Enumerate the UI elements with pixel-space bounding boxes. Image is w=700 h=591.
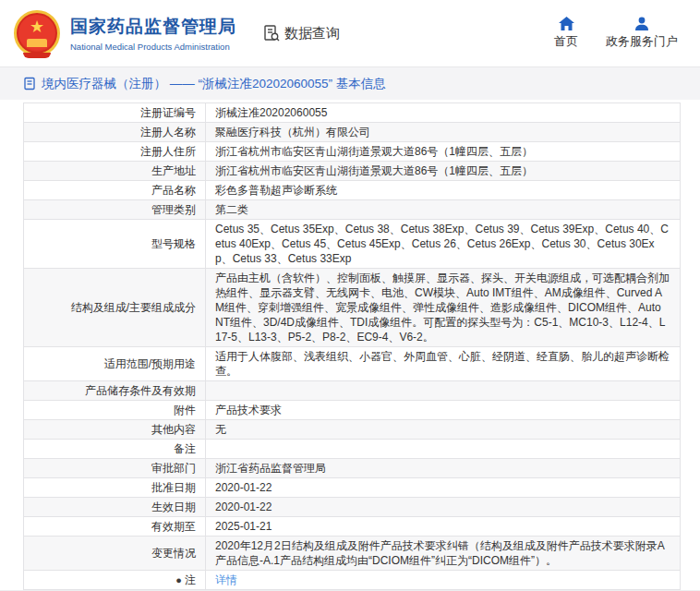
row-label: 管理类别 bbox=[24, 200, 206, 220]
row-label: 附件 bbox=[24, 401, 206, 420]
table-row: 结构及组成/主要组成成分产品由主机（含软件）、控制面板、触摸屏、显示器、探头、开… bbox=[24, 269, 681, 347]
row-value: 无 bbox=[206, 420, 681, 440]
breadcrumb: 境内医疗器械（注册） —— “浙械注准20202060055” 基本信息 bbox=[0, 66, 700, 100]
row-value: 详情 bbox=[206, 571, 681, 590]
table-row: 产品名称彩色多普勒超声诊断系统 bbox=[24, 181, 681, 200]
data-query-link[interactable]: 数据查询 bbox=[262, 24, 340, 42]
brand: ★ 国家药品监督管理局 National Medical Products Ad… bbox=[14, 10, 236, 56]
row-value: 2020-01-22 bbox=[206, 498, 681, 517]
row-value: 浙械注准20202060055 bbox=[206, 103, 681, 123]
table-row: 附件产品技术要求 bbox=[24, 401, 681, 420]
table-row: 备注 bbox=[24, 440, 681, 459]
table-row: 注册人住所浙江省杭州市临安区青山湖街道景观大道86号（1幢四层、五层） bbox=[24, 142, 681, 162]
row-value: 2020-01-22 bbox=[206, 478, 681, 498]
row-value: 2025-01-21 bbox=[206, 517, 681, 537]
row-label: ●注 bbox=[24, 571, 206, 590]
nav-home-link[interactable]: 首页 bbox=[554, 17, 578, 50]
row-label: 型号规格 bbox=[24, 220, 206, 269]
row-label: 结构及组成/主要组成成分 bbox=[24, 269, 206, 347]
nav-portal-link[interactable]: 政务服务门户 bbox=[606, 17, 678, 50]
row-value: 第二类 bbox=[206, 200, 681, 220]
row-label: 生产地址 bbox=[24, 162, 206, 181]
row-label: 备注 bbox=[24, 440, 206, 459]
table-row: 型号规格Cetus 35、Cetus 35Exp、Cetus 38、Cetus … bbox=[24, 220, 681, 269]
table-row: 产品储存条件及有效期 bbox=[24, 381, 681, 401]
nav-home-label: 首页 bbox=[554, 33, 578, 50]
row-value: 浙江省杭州市临安区青山湖街道景观大道86号（1幢四层、五层） bbox=[206, 162, 681, 181]
row-value: 浙江省药品监督管理局 bbox=[206, 459, 681, 478]
main-content: 注册证编号浙械注准20202060055注册人名称聚融医疗科技（杭州）有限公司注… bbox=[0, 100, 700, 590]
emblem-gate-shape bbox=[27, 39, 47, 47]
row-label: 注册人名称 bbox=[24, 123, 206, 142]
user-icon bbox=[634, 17, 649, 30]
table-row: 批准日期2020-01-22 bbox=[24, 478, 681, 498]
emblem-ribbon-shape bbox=[23, 53, 51, 58]
row-value: Cetus 35、Cetus 35Exp、Cetus 38、Cetus 38Ex… bbox=[206, 220, 681, 269]
registration-info-table: 注册证编号浙械注准20202060055注册人名称聚融医疗科技（杭州）有限公司注… bbox=[23, 103, 681, 590]
page: ★ 国家药品监督管理局 National Medical Products Ad… bbox=[0, 0, 700, 591]
row-value: 2020年12月2日结构及组成及附件产品技术要求纠错（结构及组成及附件产品技术要… bbox=[206, 537, 681, 571]
table-row: 管理类别第二类 bbox=[24, 200, 681, 220]
row-value: 适用于人体腹部、浅表组织、小器官、外周血管、心脏、经阴道、经直肠、胎儿的超声诊断… bbox=[206, 347, 681, 381]
org-name-en: National Medical Products Administration bbox=[70, 42, 236, 52]
row-label: 适用范围/预期用途 bbox=[24, 347, 206, 381]
row-label: 产品名称 bbox=[24, 181, 206, 200]
emblem-star-icon: ★ bbox=[17, 18, 57, 35]
row-label: 产品储存条件及有效期 bbox=[24, 381, 206, 401]
row-value: 产品技术要求 bbox=[206, 401, 681, 420]
nav-portal-label: 政务服务门户 bbox=[606, 33, 678, 50]
top-nav: 首页 政务服务门户 bbox=[554, 17, 678, 50]
table-row: 注册证编号浙械注准20202060055 bbox=[24, 103, 681, 123]
breadcrumb-text: 境内医疗器械（注册） —— “浙械注准20202060055” 基本信息 bbox=[42, 76, 386, 92]
home-icon bbox=[559, 17, 574, 30]
row-label: 生效日期 bbox=[24, 498, 206, 517]
table-row: ●注详情 bbox=[24, 571, 681, 590]
row-label: 批准日期 bbox=[24, 478, 206, 498]
brand-text: 国家药品监督管理局 National Medical Products Admi… bbox=[70, 15, 236, 52]
row-value: 浙江省杭州市临安区青山湖街道景观大道86号（1幢四层、五层） bbox=[206, 142, 681, 162]
detail-link[interactable]: 详情 bbox=[215, 573, 237, 586]
row-label: 注册证编号 bbox=[24, 103, 206, 123]
national-emblem-logo: ★ bbox=[14, 10, 60, 56]
row-value bbox=[206, 440, 681, 459]
info-table-body: 注册证编号浙械注准20202060055注册人名称聚融医疗科技（杭州）有限公司注… bbox=[24, 103, 681, 590]
table-row: 生产地址浙江省杭州市临安区青山湖街道景观大道86号（1幢四层、五层） bbox=[24, 162, 681, 181]
row-value: 彩色多普勒超声诊断系统 bbox=[206, 181, 681, 200]
row-label: 其他内容 bbox=[24, 420, 206, 440]
header: ★ 国家药品监督管理局 National Medical Products Ad… bbox=[0, 0, 700, 66]
row-label: 有效期至 bbox=[24, 517, 206, 537]
document-search-icon bbox=[262, 24, 281, 42]
row-value: 聚融医疗科技（杭州）有限公司 bbox=[206, 123, 681, 142]
table-row: 注册人名称聚融医疗科技（杭州）有限公司 bbox=[24, 123, 681, 142]
note-bullet-icon: ● bbox=[175, 574, 182, 585]
table-row: 有效期至2025-01-21 bbox=[24, 517, 681, 537]
row-label: 审批部门 bbox=[24, 459, 206, 478]
table-row: 适用范围/预期用途适用于人体腹部、浅表组织、小器官、外周血管、心脏、经阴道、经直… bbox=[24, 347, 681, 381]
row-value: 产品由主机（含软件）、控制面板、触摸屏、显示器、探头、开关电源组成，可选配耦合剂… bbox=[206, 269, 681, 347]
org-name-cn: 国家药品监督管理局 bbox=[70, 15, 236, 39]
row-value bbox=[206, 381, 681, 401]
document-icon bbox=[23, 77, 36, 90]
row-label: 变更情况 bbox=[24, 537, 206, 571]
table-row: 其他内容无 bbox=[24, 420, 681, 440]
table-row: 审批部门浙江省药品监督管理局 bbox=[24, 459, 681, 478]
table-row: 生效日期2020-01-22 bbox=[24, 498, 681, 517]
data-query-label: 数据查询 bbox=[284, 25, 340, 42]
row-label: 注册人住所 bbox=[24, 142, 206, 162]
table-row: 变更情况2020年12月2日结构及组成及附件产品技术要求纠错（结构及组成及附件产… bbox=[24, 537, 681, 571]
